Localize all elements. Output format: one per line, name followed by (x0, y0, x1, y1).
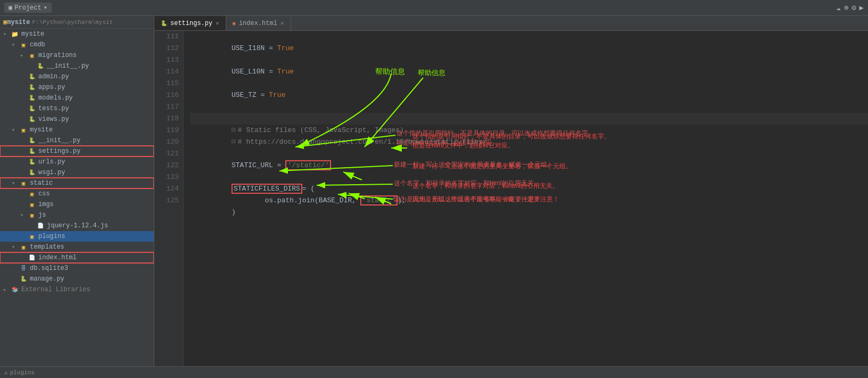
label-urls: urls.py (38, 158, 65, 166)
folder-icon-migrations: ▣ (28, 51, 36, 60)
tree-item-models[interactable]: 🐍 models.py (0, 93, 154, 103)
project-root[interactable]: ▣ mysite F:\Python\pycharm\mysit (0, 16, 154, 29)
tree-item-jquery[interactable]: 📄 jquery-1.12.4.js (0, 220, 154, 231)
label-plugins: plugins (38, 233, 65, 240)
tree-item-cmdb-init[interactable]: 🐍 __init__.py (0, 61, 154, 71)
tree-item-mysite-root[interactable]: 📁 mysite (0, 29, 154, 39)
arrow-extlibs (3, 286, 10, 293)
code-line-123: STATICFILES_DIRS= ( (190, 171, 868, 183)
label-cmdb-init: __init__.py (47, 62, 89, 70)
label-manage: manage.py (30, 275, 64, 283)
toolbar-icon-4[interactable]: ▶ (859, 3, 864, 12)
label-extlibs: External Libraries (21, 286, 90, 293)
project-selector[interactable]: ▣ Project ▾ (4, 3, 52, 13)
code-lines: USE_I18N = True USE_L10N = True USE_TZ =… (184, 31, 868, 366)
main-layout: ▣ mysite F:\Python\pycharm\mysit 📁 mysit… (0, 16, 868, 366)
tree-item-views[interactable]: 🐍 views.py (0, 114, 154, 125)
code-line-124: os.path.join(BASE_DIR, 'static'), (190, 183, 868, 195)
linenum-121: 121 (159, 148, 179, 160)
tree-item-db[interactable]: 🗄 db.sqlite3 (0, 263, 154, 274)
tree-item-cmdb[interactable]: ▣ cmdb (0, 39, 154, 50)
label-js: js (38, 211, 46, 219)
tree-item-index-html[interactable]: 📄 index.html (0, 252, 154, 263)
tree-item-manage[interactable]: 🐍 manage.py (0, 274, 154, 284)
label-templates: templates (30, 243, 64, 251)
label-tests: tests.py (38, 105, 69, 112)
tree-item-static[interactable]: ▣ static (0, 178, 154, 188)
tree-item-apps[interactable]: 🐍 apps.py (0, 82, 154, 93)
tree-item-imgs[interactable]: ▣ imgs (0, 199, 154, 210)
linenum-111: 111 (159, 31, 179, 43)
arrow-static (12, 180, 18, 186)
code-editor[interactable]: 111 112 113 114 115 116 117 118 119 120 … (154, 31, 868, 366)
folder-icon-mysite: 📁 (11, 30, 19, 38)
tab-settings-close[interactable]: ✕ (216, 20, 219, 27)
linenum-124: 124 (159, 183, 179, 195)
project-dropdown-icon: ▾ (44, 4, 47, 12)
py-icon-manage: 🐍 (19, 275, 28, 283)
linenum-123: 123 (159, 171, 179, 183)
label-cmdb: cmdb (30, 41, 45, 48)
tree-item-wsgi[interactable]: 🐍 wsgi.py (0, 167, 154, 178)
linenum-118: 118 (159, 113, 179, 125)
linenum-122: 122 (159, 160, 179, 171)
code-line-112 (190, 43, 868, 54)
linenum-116: 116 (159, 89, 179, 101)
tab-index[interactable]: ◉ index.html ✕ (226, 16, 291, 30)
editor-area: 🐍 settings.py ✕ ◉ index.html ✕ 111 112 1… (154, 16, 868, 366)
py-icon-settings: 🐍 (28, 147, 36, 155)
line-numbers: 111 112 113 114 115 116 117 118 119 120 … (154, 31, 184, 366)
code-line-111: USE_I18N = True (190, 31, 868, 43)
tree-item-js[interactable]: ▣ js (0, 210, 154, 220)
folder-icon-cmdb: ▣ (19, 40, 28, 49)
py-icon-wsgi: 🐍 (28, 168, 36, 177)
tree-item-css[interactable]: ▣ css (0, 188, 154, 199)
code-line-117 (190, 101, 868, 113)
status-text: plugins (10, 369, 35, 376)
tree-item-extlibs[interactable]: 📚 External Libraries (0, 284, 154, 295)
folder-icon-mysite-sub: ▣ (19, 126, 28, 134)
tree-item-templates[interactable]: ▣ templates (0, 242, 154, 252)
arrow-mysite (3, 31, 10, 37)
tab-settings-label: settings.py (170, 20, 212, 27)
tree-item-tests[interactable]: 🐍 tests.py (0, 103, 154, 114)
code-line-118: ⊟# Static files (CSS, JavaScript, Images… (190, 113, 868, 125)
toolbar-icon-1[interactable]: ☁ (836, 3, 840, 12)
tree-item-migrations[interactable]: ▣ migrations (0, 50, 154, 61)
label-db: db.sqlite3 (30, 265, 68, 272)
tree-item-mysite-sub[interactable]: ▣ mysite (0, 125, 154, 135)
label-models: models.py (38, 94, 73, 102)
project-folder-icon: ▣ (3, 18, 7, 26)
tab-index-close[interactable]: ✕ (280, 20, 284, 27)
tree-item-settings[interactable]: 🐍 settings.py (0, 146, 154, 157)
py-icon-tests: 🐍 (28, 104, 36, 113)
code-line-121: STATIC_URL = '/static/' (190, 148, 868, 160)
js-file-icon: 📄 (36, 221, 45, 230)
tree-item-plugins[interactable]: ▣ plugins (0, 231, 154, 242)
tab-settings[interactable]: 🐍 settings.py ✕ (154, 16, 226, 30)
folder-icon-js: ▣ (28, 211, 36, 219)
code-line-125: ) (190, 195, 868, 207)
folder-icon-templates: ▣ (19, 243, 28, 251)
project-label: Project (14, 4, 41, 12)
label-mysite-init: __init__.py (38, 137, 80, 144)
tree-item-admin[interactable]: 🐍 admin.py (0, 71, 154, 82)
arrow-templates (12, 244, 18, 250)
py-icon-models: 🐍 (28, 94, 36, 102)
linenum-119: 119 (159, 125, 179, 136)
toolbar-icon-2[interactable]: ⊕ (844, 3, 848, 12)
arrow-migrations (20, 52, 27, 59)
tree-item-mysite-init[interactable]: 🐍 __init__.py (0, 135, 154, 146)
linenum-112: 112 (159, 43, 179, 54)
linenum-120: 120 (159, 136, 179, 148)
label-wsgi: wsgi.py (38, 169, 65, 176)
py-icon-admin: 🐍 (28, 72, 36, 81)
toolbar-icon-3[interactable]: ⚙ (852, 3, 856, 12)
arrow-cmdb (12, 42, 18, 48)
extlib-icon: 📚 (11, 285, 19, 294)
folder-icon-static: ▣ (19, 179, 28, 187)
top-bar: ▣ Project ▾ ☁ ⊕ ⚙ ▶ (0, 0, 868, 16)
folder-icon-imgs: ▣ (28, 200, 36, 209)
toolbar-icons: ☁ ⊕ ⚙ ▶ (836, 3, 864, 12)
tree-item-urls[interactable]: 🐍 urls.py (0, 157, 154, 167)
